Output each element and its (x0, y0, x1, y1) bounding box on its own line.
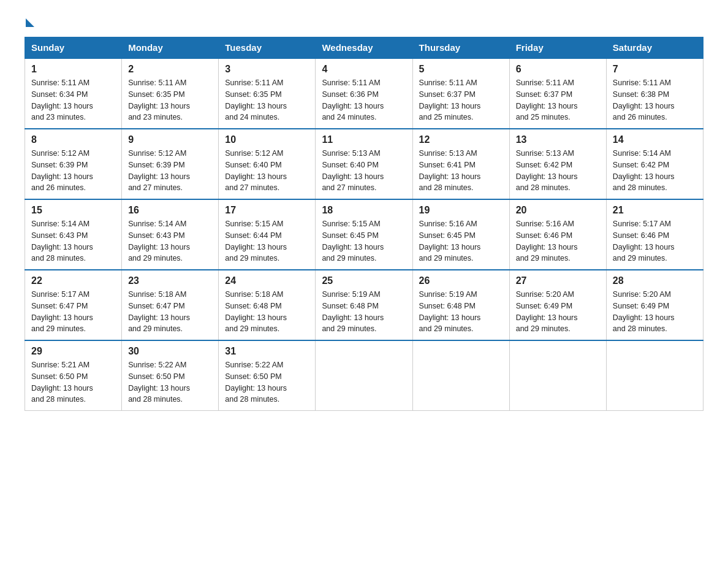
calendar-cell: 2 Sunrise: 5:11 AMSunset: 6:35 PMDayligh… (122, 58, 219, 129)
day-number: 26 (419, 275, 503, 286)
calendar-cell (509, 340, 606, 411)
day-number: 24 (225, 275, 309, 286)
day-number: 31 (225, 346, 309, 357)
day-info: Sunrise: 5:14 AMSunset: 6:43 PMDaylight:… (128, 220, 190, 262)
day-number: 22 (31, 275, 115, 286)
logo-triangle-icon (26, 18, 34, 27)
day-number: 25 (322, 275, 406, 286)
calendar-cell: 10 Sunrise: 5:12 AMSunset: 6:40 PMDaylig… (219, 129, 316, 199)
day-info: Sunrise: 5:11 AMSunset: 6:37 PMDaylight:… (419, 79, 481, 121)
day-info: Sunrise: 5:14 AMSunset: 6:43 PMDaylight:… (31, 220, 93, 262)
day-info: Sunrise: 5:12 AMSunset: 6:39 PMDaylight:… (31, 149, 93, 192)
day-info: Sunrise: 5:18 AMSunset: 6:48 PMDaylight:… (225, 290, 287, 333)
weekday-header-tuesday: Tuesday (219, 37, 316, 59)
day-number: 18 (322, 205, 406, 216)
day-number: 20 (516, 205, 600, 216)
day-info: Sunrise: 5:11 AMSunset: 6:38 PMDaylight:… (613, 79, 675, 121)
calendar-table: SundayMondayTuesdayWednesdayThursdayFrid… (25, 37, 703, 411)
day-info: Sunrise: 5:11 AMSunset: 6:36 PMDaylight:… (322, 79, 384, 121)
calendar-cell: 17 Sunrise: 5:15 AMSunset: 6:44 PMDaylig… (219, 199, 316, 270)
day-info: Sunrise: 5:13 AMSunset: 6:42 PMDaylight:… (516, 149, 578, 192)
calendar-cell: 29 Sunrise: 5:21 AMSunset: 6:50 PMDaylig… (25, 340, 122, 411)
page-header (25, 18, 703, 26)
day-number: 19 (419, 205, 503, 216)
day-number: 2 (128, 64, 212, 75)
day-info: Sunrise: 5:13 AMSunset: 6:40 PMDaylight:… (322, 149, 384, 192)
calendar-cell: 18 Sunrise: 5:15 AMSunset: 6:45 PMDaylig… (316, 199, 412, 270)
weekday-header-sunday: Sunday (25, 37, 122, 59)
calendar-cell: 9 Sunrise: 5:12 AMSunset: 6:39 PMDayligh… (122, 129, 219, 199)
calendar-cell: 21 Sunrise: 5:17 AMSunset: 6:46 PMDaylig… (606, 199, 703, 270)
day-info: Sunrise: 5:19 AMSunset: 6:48 PMDaylight:… (419, 290, 481, 333)
day-info: Sunrise: 5:19 AMSunset: 6:48 PMDaylight:… (322, 290, 384, 333)
calendar-week-row: 29 Sunrise: 5:21 AMSunset: 6:50 PMDaylig… (25, 340, 703, 411)
calendar-cell: 26 Sunrise: 5:19 AMSunset: 6:48 PMDaylig… (412, 270, 509, 340)
calendar-cell: 20 Sunrise: 5:16 AMSunset: 6:46 PMDaylig… (509, 199, 606, 270)
day-info: Sunrise: 5:22 AMSunset: 6:50 PMDaylight:… (128, 361, 190, 404)
day-number: 3 (225, 64, 309, 75)
day-info: Sunrise: 5:16 AMSunset: 6:46 PMDaylight:… (516, 220, 578, 262)
day-info: Sunrise: 5:11 AMSunset: 6:35 PMDaylight:… (225, 79, 287, 121)
day-info: Sunrise: 5:20 AMSunset: 6:49 PMDaylight:… (516, 290, 578, 333)
day-number: 28 (613, 275, 697, 286)
day-info: Sunrise: 5:15 AMSunset: 6:44 PMDaylight:… (225, 220, 287, 262)
day-info: Sunrise: 5:22 AMSunset: 6:50 PMDaylight:… (225, 361, 287, 404)
day-info: Sunrise: 5:15 AMSunset: 6:45 PMDaylight:… (322, 220, 384, 262)
weekday-header-thursday: Thursday (412, 37, 509, 59)
calendar-cell: 8 Sunrise: 5:12 AMSunset: 6:39 PMDayligh… (25, 129, 122, 199)
calendar-cell: 30 Sunrise: 5:22 AMSunset: 6:50 PMDaylig… (122, 340, 219, 411)
calendar-cell (316, 340, 412, 411)
calendar-week-row: 1 Sunrise: 5:11 AMSunset: 6:34 PMDayligh… (25, 58, 703, 129)
calendar-cell: 5 Sunrise: 5:11 AMSunset: 6:37 PMDayligh… (412, 58, 509, 129)
day-number: 23 (128, 275, 212, 286)
day-info: Sunrise: 5:12 AMSunset: 6:40 PMDaylight:… (225, 149, 287, 192)
day-number: 21 (613, 205, 697, 216)
day-number: 8 (31, 134, 115, 145)
day-number: 27 (516, 275, 600, 286)
day-number: 29 (31, 346, 115, 357)
day-number: 4 (322, 64, 406, 75)
calendar-cell (606, 340, 703, 411)
weekday-header-friday: Friday (509, 37, 606, 59)
day-number: 12 (419, 134, 503, 145)
calendar-cell: 31 Sunrise: 5:22 AMSunset: 6:50 PMDaylig… (219, 340, 316, 411)
weekday-header-wednesday: Wednesday (316, 37, 412, 59)
calendar-cell: 13 Sunrise: 5:13 AMSunset: 6:42 PMDaylig… (509, 129, 606, 199)
calendar-cell: 28 Sunrise: 5:20 AMSunset: 6:49 PMDaylig… (606, 270, 703, 340)
day-info: Sunrise: 5:20 AMSunset: 6:49 PMDaylight:… (613, 290, 675, 333)
calendar-cell: 19 Sunrise: 5:16 AMSunset: 6:45 PMDaylig… (412, 199, 509, 270)
calendar-cell: 16 Sunrise: 5:14 AMSunset: 6:43 PMDaylig… (122, 199, 219, 270)
day-number: 30 (128, 346, 212, 357)
calendar-week-row: 15 Sunrise: 5:14 AMSunset: 6:43 PMDaylig… (25, 199, 703, 270)
day-number: 7 (613, 64, 697, 75)
day-info: Sunrise: 5:14 AMSunset: 6:42 PMDaylight:… (613, 149, 675, 192)
day-number: 14 (613, 134, 697, 145)
calendar-cell: 12 Sunrise: 5:13 AMSunset: 6:41 PMDaylig… (412, 129, 509, 199)
day-number: 13 (516, 134, 600, 145)
day-info: Sunrise: 5:17 AMSunset: 6:46 PMDaylight:… (613, 220, 675, 262)
day-info: Sunrise: 5:13 AMSunset: 6:41 PMDaylight:… (419, 149, 481, 192)
day-info: Sunrise: 5:17 AMSunset: 6:47 PMDaylight:… (31, 290, 93, 333)
day-number: 11 (322, 134, 406, 145)
calendar-cell: 11 Sunrise: 5:13 AMSunset: 6:40 PMDaylig… (316, 129, 412, 199)
day-info: Sunrise: 5:11 AMSunset: 6:37 PMDaylight:… (516, 79, 578, 121)
calendar-cell: 23 Sunrise: 5:18 AMSunset: 6:47 PMDaylig… (122, 270, 219, 340)
calendar-cell (412, 340, 509, 411)
day-info: Sunrise: 5:12 AMSunset: 6:39 PMDaylight:… (128, 149, 190, 192)
day-number: 5 (419, 64, 503, 75)
day-info: Sunrise: 5:11 AMSunset: 6:35 PMDaylight:… (128, 79, 190, 121)
day-info: Sunrise: 5:18 AMSunset: 6:47 PMDaylight:… (128, 290, 190, 333)
day-number: 17 (225, 205, 309, 216)
logo (25, 18, 34, 26)
day-info: Sunrise: 5:11 AMSunset: 6:34 PMDaylight:… (31, 79, 93, 121)
calendar-cell: 3 Sunrise: 5:11 AMSunset: 6:35 PMDayligh… (219, 58, 316, 129)
day-number: 6 (516, 64, 600, 75)
calendar-cell: 6 Sunrise: 5:11 AMSunset: 6:37 PMDayligh… (509, 58, 606, 129)
day-number: 16 (128, 205, 212, 216)
calendar-cell: 14 Sunrise: 5:14 AMSunset: 6:42 PMDaylig… (606, 129, 703, 199)
calendar-cell: 24 Sunrise: 5:18 AMSunset: 6:48 PMDaylig… (219, 270, 316, 340)
calendar-cell: 1 Sunrise: 5:11 AMSunset: 6:34 PMDayligh… (25, 58, 122, 129)
calendar-cell: 15 Sunrise: 5:14 AMSunset: 6:43 PMDaylig… (25, 199, 122, 270)
day-number: 15 (31, 205, 115, 216)
calendar-cell: 4 Sunrise: 5:11 AMSunset: 6:36 PMDayligh… (316, 58, 412, 129)
